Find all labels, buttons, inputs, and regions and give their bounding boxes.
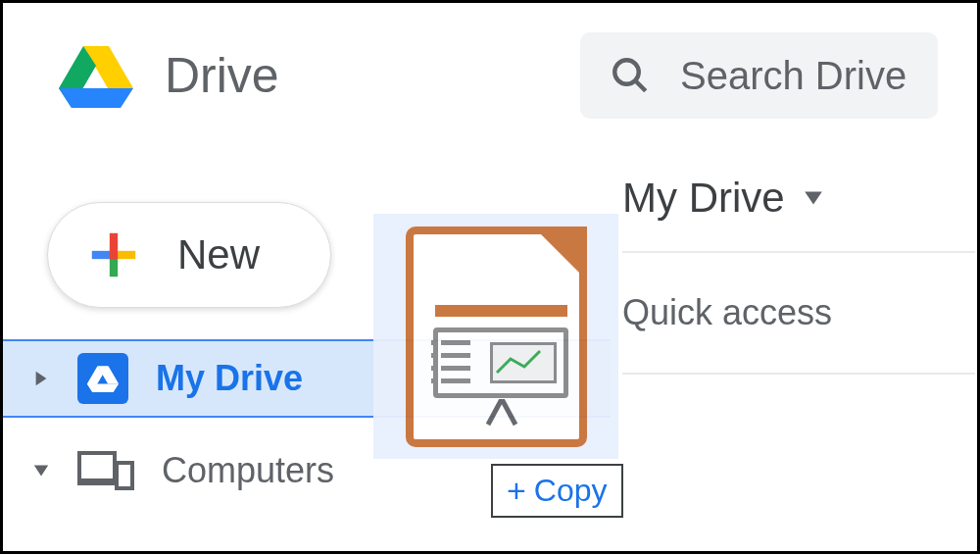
svg-marker-2 [59,88,133,108]
main-panel: My Drive Quick access [622,175,975,375]
drag-preview [373,214,618,459]
svg-rect-7 [92,251,111,259]
quick-access-heading: Quick access [622,253,975,375]
drag-tooltip-label: Copy [534,473,608,509]
search-box[interactable]: Search Drive [580,32,938,119]
svg-marker-13 [87,384,119,393]
svg-line-4 [635,80,646,91]
svg-rect-9 [110,251,118,259]
svg-rect-5 [110,233,118,252]
svg-marker-14 [34,466,48,477]
svg-line-19 [488,399,502,425]
new-button[interactable]: New [47,202,331,308]
svg-marker-10 [36,372,47,385]
new-button-label: New [177,231,260,278]
breadcrumb-label: My Drive [622,175,785,222]
svg-rect-16 [77,480,119,485]
drag-tooltip: + Copy [491,464,623,518]
plus-icon [89,230,138,279]
devices-icon [77,449,134,492]
chevron-down-icon [803,187,824,209]
breadcrumb-my-drive[interactable]: My Drive [622,175,975,253]
header: Drive Search Drive [3,3,977,148]
drive-icon [77,353,128,404]
search-icon [610,55,651,96]
chevron-right-icon [32,370,50,387]
app-title: Drive [165,47,279,104]
drive-logo-icon [57,41,135,110]
svg-line-20 [502,399,515,425]
svg-rect-15 [79,453,115,480]
svg-point-3 [614,60,639,84]
search-placeholder: Search Drive [680,54,906,98]
drive-logo-area[interactable]: Drive [57,41,279,110]
svg-rect-8 [117,251,135,259]
svg-marker-18 [805,191,822,204]
svg-rect-17 [117,463,132,488]
svg-rect-6 [110,258,118,277]
chevron-down-icon [32,462,50,479]
presentation-file-icon [406,227,587,447]
plus-icon: + [507,472,526,510]
